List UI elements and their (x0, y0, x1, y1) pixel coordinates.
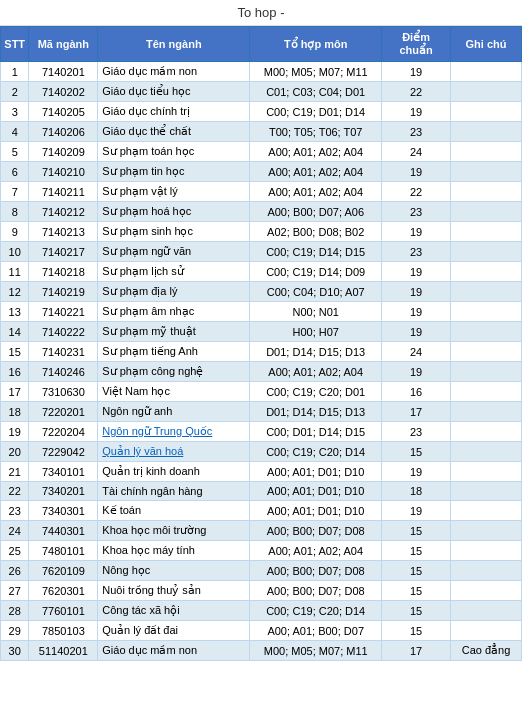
cell-ma: 7140206 (29, 122, 98, 142)
cell-stt: 24 (1, 521, 29, 541)
header-tohop: Tổ hợp môn (250, 27, 382, 62)
cell-ma: 7140217 (29, 242, 98, 262)
cell-stt: 30 (1, 641, 29, 661)
cell-ma: 7140246 (29, 362, 98, 382)
cell-tohop: C00; C19; D14; D15 (250, 242, 382, 262)
cell-tohop: A00; B00; D07; D08 (250, 581, 382, 601)
cell-diem: 19 (382, 222, 451, 242)
cell-tohop: A00; B00; D07; A06 (250, 202, 382, 222)
cell-ma: 7140221 (29, 302, 98, 322)
cell-ten: Sư phạm địa lý (98, 282, 250, 302)
cell-diem: 23 (382, 122, 451, 142)
cell-ma: 7340301 (29, 501, 98, 521)
cell-tohop: A02; B00; D08; B02 (250, 222, 382, 242)
cell-ghichu (451, 282, 522, 302)
cell-stt: 3 (1, 102, 29, 122)
cell-ma: 7620109 (29, 561, 98, 581)
cell-ten: Sư phạm toán học (98, 142, 250, 162)
cell-ghichu (451, 601, 522, 621)
cell-ghichu (451, 342, 522, 362)
cell-ghichu (451, 242, 522, 262)
cell-ghichu (451, 621, 522, 641)
cell-tohop: C00; D01; D14; D15 (250, 422, 382, 442)
cell-stt: 27 (1, 581, 29, 601)
cell-stt: 18 (1, 402, 29, 422)
cell-ghichu (451, 302, 522, 322)
cell-tohop: A00; A01; A02; A04 (250, 541, 382, 561)
cell-stt: 22 (1, 482, 29, 501)
cell-stt: 9 (1, 222, 29, 242)
table-row: 277620301Nuôi trồng thuỷ sảnA00; B00; D0… (1, 581, 522, 601)
cell-diem: 15 (382, 581, 451, 601)
cell-ma: 7140222 (29, 322, 98, 342)
cell-ten: Việt Nam học (98, 382, 250, 402)
cell-ghichu (451, 202, 522, 222)
cell-ten: Giáo dục mầm non (98, 62, 250, 82)
cell-ghichu (451, 142, 522, 162)
cell-ma: 7140209 (29, 142, 98, 162)
cell-ten[interactable]: Ngôn ngữ Trung Quốc (98, 422, 250, 442)
cell-stt: 11 (1, 262, 29, 282)
cell-tohop: C00; C19; D01; D14 (250, 102, 382, 122)
top-bar: To hop - (0, 0, 522, 26)
cell-ten: Khoa học máy tính (98, 541, 250, 561)
cell-ghichu (451, 102, 522, 122)
cell-stt: 15 (1, 342, 29, 362)
cell-ten: Quản lý đất đai (98, 621, 250, 641)
table-row: 217340101Quản trị kinh doanhA00; A01; D0… (1, 462, 522, 482)
cell-diem: 15 (382, 601, 451, 621)
cell-ten[interactable]: Quản lý văn hoá (98, 442, 250, 462)
cell-diem: 15 (382, 621, 451, 641)
table-row: 57140209Sư phạm toán họcA00; A01; A02; A… (1, 142, 522, 162)
cell-ma: 51140201 (29, 641, 98, 661)
cell-diem: 19 (382, 102, 451, 122)
cell-ma: 7140231 (29, 342, 98, 362)
cell-diem: 19 (382, 62, 451, 82)
cell-ma: 7140213 (29, 222, 98, 242)
cell-ten: Quản trị kinh doanh (98, 462, 250, 482)
cell-tohop: C00; C04; D10; A07 (250, 282, 382, 302)
table-row: 77140211Sư phạm vật lýA00; A01; A02; A04… (1, 182, 522, 202)
cell-tohop: A00; A01; D01; D10 (250, 501, 382, 521)
cell-ghichu (451, 122, 522, 142)
table-row: 287760101Công tác xã hộiC00; C19; C20; D… (1, 601, 522, 621)
cell-tohop: A00; A01; A02; A04 (250, 182, 382, 202)
cell-stt: 19 (1, 422, 29, 442)
cell-stt: 14 (1, 322, 29, 342)
cell-ma: 7310630 (29, 382, 98, 402)
cell-diem: 19 (382, 162, 451, 182)
cell-diem: 15 (382, 442, 451, 462)
cell-tohop: M00; M05; M07; M11 (250, 62, 382, 82)
cell-stt: 10 (1, 242, 29, 262)
table-row: 167140246Sư phạm công nghệA00; A01; A02;… (1, 362, 522, 382)
cell-ma: 7220201 (29, 402, 98, 422)
table-row: 257480101Khoa học máy tínhA00; A01; A02;… (1, 541, 522, 561)
cell-ghichu (451, 382, 522, 402)
table-row: 137140221Sư phạm âm nhạcN00; N0119 (1, 302, 522, 322)
cell-ma: 7229042 (29, 442, 98, 462)
cell-stt: 28 (1, 601, 29, 621)
cell-ten: Sư phạm tin học (98, 162, 250, 182)
cell-tohop: C00; C19; C20; D14 (250, 601, 382, 621)
table-row: 207229042Quản lý văn hoáC00; C19; C20; D… (1, 442, 522, 462)
cell-tohop: T00; T05; T06; T07 (250, 122, 382, 142)
cell-stt: 29 (1, 621, 29, 641)
cell-ghichu (451, 162, 522, 182)
cell-ten: Tài chính ngân hàng (98, 482, 250, 501)
cell-diem: 15 (382, 541, 451, 561)
cell-ghichu: Cao đẳng (451, 641, 522, 661)
header-ten: Tên ngành (98, 27, 250, 62)
cell-diem: 19 (382, 501, 451, 521)
cell-ghichu (451, 402, 522, 422)
cell-ghichu (451, 462, 522, 482)
cell-stt: 7 (1, 182, 29, 202)
cell-stt: 1 (1, 62, 29, 82)
cell-diem: 15 (382, 561, 451, 581)
cell-tohop: D01; D14; D15; D13 (250, 342, 382, 362)
cell-ten: Giáo dục thể chất (98, 122, 250, 142)
table-row: 67140210Sư phạm tin họcA00; A01; A02; A0… (1, 162, 522, 182)
cell-ghichu (451, 262, 522, 282)
table-row: 97140213Sư phạm sinh họcA02; B00; D08; B… (1, 222, 522, 242)
cell-diem: 18 (382, 482, 451, 501)
cell-ten: Công tác xã hội (98, 601, 250, 621)
